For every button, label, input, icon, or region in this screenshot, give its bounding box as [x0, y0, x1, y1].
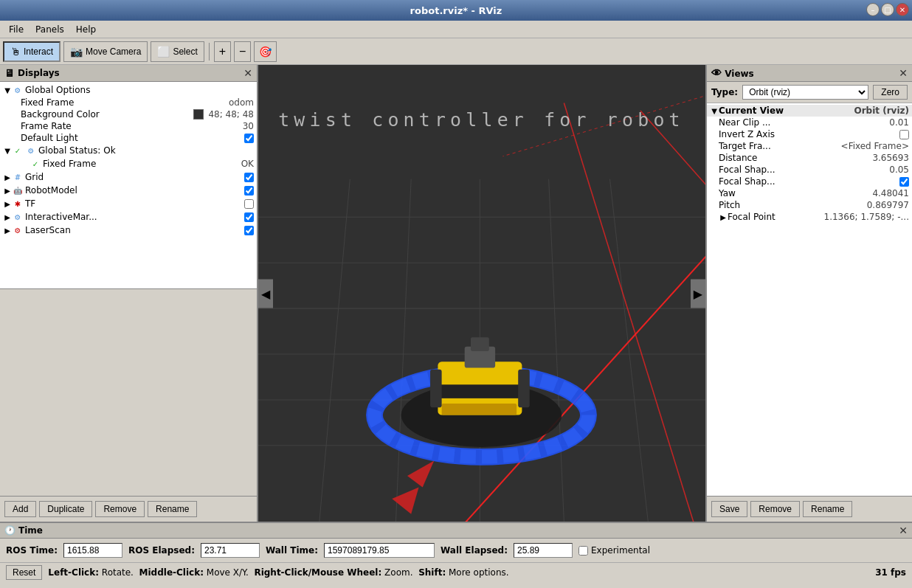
maximize-button[interactable]: □: [881, 3, 894, 16]
close-button[interactable]: ✕: [896, 3, 909, 16]
global-status-row[interactable]: ▼ ✓ ⚙ Global Status: Ok: [0, 144, 257, 157]
add-button[interactable]: Add: [4, 501, 36, 517]
wall-time-input[interactable]: [324, 543, 435, 558]
yaw-row[interactable]: Yaw 4.48041: [707, 187, 912, 199]
tf-checkbox[interactable]: [244, 199, 254, 209]
svg-rect-25: [442, 404, 517, 415]
ls-expand[interactable]: ▶: [3, 226, 12, 235]
views-close-button[interactable]: ✕: [899, 67, 908, 79]
bg-color-row[interactable]: Background Color 48; 48; 48: [0, 108, 257, 120]
wall-elapsed-input[interactable]: [514, 543, 573, 558]
global-options-label: Global Options: [25, 85, 254, 95]
rename-button[interactable]: Rename: [148, 501, 197, 517]
grid-expand[interactable]: ▶: [3, 173, 12, 181]
global-options-expand[interactable]: ▼: [3, 86, 12, 94]
invert-z-checkbox[interactable]: [899, 130, 909, 139]
bg-color-swatch[interactable]: [193, 109, 204, 120]
displays-footer: Add Duplicate Remove Rename: [0, 496, 257, 522]
yaw-label: Yaw: [719, 188, 869, 198]
focal-shap2-row[interactable]: Focal Shap...: [707, 176, 912, 187]
displays-header: 🖥 Displays ✕: [0, 65, 257, 82]
experimental-checkbox[interactable]: [578, 546, 588, 556]
viewport-right-arrow[interactable]: ▶: [691, 279, 705, 308]
pitch-label: Pitch: [719, 200, 864, 210]
views-header: 👁 Views ✕: [707, 65, 912, 82]
views-save-button[interactable]: Save: [711, 501, 747, 517]
distance-label: Distance: [719, 153, 869, 163]
viewport[interactable]: twist controller for robot ◀ ▶: [258, 65, 705, 522]
remove-tool-button[interactable]: −: [234, 41, 251, 62]
grid-row[interactable]: ▶ # Grid: [0, 170, 257, 184]
interact-button[interactable]: 🖱 Interact: [3, 41, 61, 62]
frame-rate-row[interactable]: Frame Rate 30: [0, 120, 257, 132]
fp-expand[interactable]: ▶: [719, 213, 728, 221]
gs-fixed-frame-label: Fixed Frame: [43, 159, 238, 169]
time-bottom: Reset Left-Click: Rotate. Middle-Click: …: [0, 562, 912, 582]
select-button[interactable]: ⬜ Select: [151, 41, 204, 62]
menu-file[interactable]: File: [3, 23, 30, 36]
menu-help[interactable]: Help: [70, 23, 102, 36]
robotmodel-expand[interactable]: ▶: [3, 187, 12, 195]
duplicate-button[interactable]: Duplicate: [39, 501, 92, 517]
ls-checkbox[interactable]: [244, 226, 254, 235]
type-select[interactable]: Orbit (rviz): [742, 85, 868, 100]
menu-panels[interactable]: Panels: [30, 23, 70, 36]
im-checkbox[interactable]: [244, 212, 254, 222]
svg-text:twist  controller  for  robot: twist controller for robot: [278, 109, 685, 131]
displays-close-button[interactable]: ✕: [243, 67, 252, 79]
robotmodel-checkbox[interactable]: [244, 186, 254, 196]
time-panel-title: Time: [18, 525, 43, 536]
gs-fixed-frame-row[interactable]: ✓ Fixed Frame OK: [0, 157, 257, 170]
views-tree: ▼ Current View Orbit (rviz) Near Clip ..…: [707, 103, 912, 496]
focal-point-label: Focal Point: [728, 212, 821, 222]
invert-z-row[interactable]: Invert Z Axis: [707, 128, 912, 140]
robotmodel-row[interactable]: ▶ 🤖 RobotModel: [0, 184, 257, 197]
time-icon: 🕐: [4, 525, 15, 536]
camera-tool-button[interactable]: 🎯: [254, 41, 277, 62]
window-title: robot.rviz* - RViz: [410, 5, 502, 16]
invert-z-label: Invert Z Axis: [719, 129, 898, 139]
global-options-icon: ⚙: [12, 84, 24, 96]
zero-button[interactable]: Zero: [873, 85, 908, 100]
cv-expand[interactable]: ▼: [710, 107, 719, 115]
time-close-button[interactable]: ✕: [899, 525, 908, 536]
views-remove-button[interactable]: Remove: [750, 501, 800, 517]
fixed-frame-row[interactable]: Fixed Frame odom: [0, 97, 257, 108]
reset-button[interactable]: Reset: [6, 565, 42, 580]
tf-row[interactable]: ▶ ✱ TF: [0, 197, 257, 210]
ros-elapsed-input[interactable]: [201, 543, 260, 558]
laserscan-row[interactable]: ▶ ⚙ LaserScan: [0, 224, 257, 237]
time-header: 🕐 Time ✕: [0, 523, 912, 539]
displays-panel: 🖥 Displays ✕ ▼ ⚙ Global Options Fixed Fr…: [0, 65, 258, 522]
focal-shap1-row[interactable]: Focal Shap... 0.05: [707, 164, 912, 176]
focal-shap2-checkbox[interactable]: [899, 177, 909, 187]
focal-point-row[interactable]: ▶ Focal Point 1.1366; 1.7589; -...: [707, 211, 912, 223]
global-status-expand[interactable]: ▼: [3, 147, 12, 155]
tf-expand[interactable]: ▶: [3, 200, 12, 208]
add-tool-button[interactable]: +: [214, 41, 231, 62]
ros-time-input[interactable]: [63, 543, 122, 558]
remove-button[interactable]: Remove: [95, 501, 145, 517]
interact-label: Interact: [24, 46, 53, 57]
global-options-row[interactable]: ▼ ⚙ Global Options: [0, 83, 257, 97]
pitch-row[interactable]: Pitch 0.869797: [707, 199, 912, 211]
minimize-button[interactable]: –: [866, 3, 880, 16]
views-rename-button[interactable]: Rename: [803, 501, 852, 517]
default-light-row[interactable]: Default Light: [0, 132, 257, 144]
global-status-icon: ✓: [12, 145, 24, 156]
move-camera-button[interactable]: 📷 Move Camera: [63, 41, 148, 62]
bg-color-value: 48; 48; 48: [208, 109, 254, 120]
near-clip-row[interactable]: Near Clip ... 0.01: [707, 117, 912, 128]
interactivemark-row[interactable]: ▶ ⚙ InteractiveMar...: [0, 210, 257, 224]
current-view-row[interactable]: ▼ Current View Orbit (rviz): [707, 105, 912, 117]
fixed-frame-expand: [12, 99, 21, 107]
target-fra-row[interactable]: Target Fra... <Fixed Frame>: [707, 140, 912, 152]
distance-row[interactable]: Distance 3.65693: [707, 152, 912, 164]
svg-rect-29: [518, 370, 530, 408]
viewport-left-arrow[interactable]: ◀: [258, 279, 273, 308]
grid-checkbox[interactable]: [244, 173, 254, 182]
pitch-value: 0.869797: [867, 200, 909, 210]
focal-point-value: 1.1366; 1.7589; -...: [824, 212, 909, 222]
default-light-checkbox[interactable]: [244, 134, 254, 143]
im-expand[interactable]: ▶: [3, 213, 12, 221]
